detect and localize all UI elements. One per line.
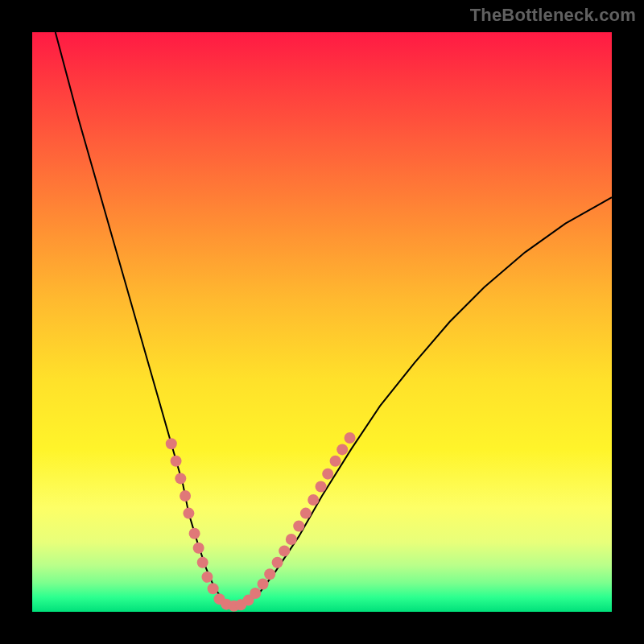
marker-dot [308,494,319,506]
marker-dot [189,528,200,539]
marker-dot [300,508,312,519]
watermark-text: TheBottleneck.com [470,5,636,26]
marker-dot [272,557,283,568]
marker-dot [180,490,191,502]
marker-dot [171,456,182,467]
marker-dot [175,473,186,484]
marker-dot [279,545,290,556]
marker-dot [250,588,261,599]
marker-dot [208,583,219,594]
bottleneck-curve [56,32,612,606]
marker-dot [258,578,269,589]
plot-area [32,32,612,612]
marker-dot [201,572,213,583]
marker-dot [293,520,304,531]
curve-svg [32,32,612,612]
marker-dot [322,469,333,480]
chart-container: TheBottleneck.com [0,0,644,644]
marker-dot [345,432,356,444]
marker-dot [183,508,194,519]
marker-dot [330,456,341,467]
marker-dot [193,543,204,554]
marker-dot [264,568,275,580]
marker-dot [197,557,208,568]
marker-dot [336,444,348,455]
marker-dot [316,481,327,492]
marker-dot [166,438,177,449]
marker-group [166,432,356,612]
marker-dot [286,534,297,545]
